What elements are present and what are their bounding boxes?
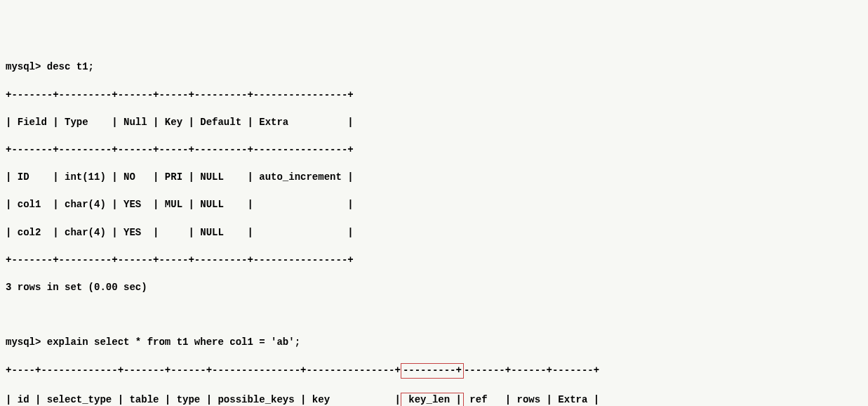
- desc-border-bot: +-------+---------+------+-----+--------…: [6, 254, 862, 268]
- exp1-header: | id | select_type | table | type | poss…: [6, 393, 862, 406]
- desc-border-mid: +-------+---------+------+-----+--------…: [6, 143, 862, 157]
- mysql-prompt: mysql>: [6, 61, 47, 72]
- desc-header: | Field | Type | Null | Key | Default | …: [6, 116, 862, 130]
- prompt-line-2: mysql> explain select * from t1 where co…: [6, 336, 862, 350]
- exp1-border-top: +----+-------------+-------+------+-----…: [6, 363, 862, 379]
- blank-1: [6, 308, 862, 322]
- mysql-prompt: mysql>: [6, 336, 47, 348]
- desc-row-2: | col2 | char(4) | YES | | NULL | |: [6, 226, 862, 240]
- command-desc: desc t1;: [47, 61, 94, 72]
- exp1-header-left: | id | select_type | table | type | poss…: [6, 394, 401, 405]
- desc-row-0: | ID | int(11) | NO | PRI | NULL | auto_…: [6, 171, 862, 185]
- exp1-border-left: +----+-------------+-------+------+-----…: [6, 365, 401, 376]
- desc-footer: 3 rows in set (0.00 sec): [6, 281, 862, 295]
- prompt-line: mysql> desc t1;: [6, 60, 862, 74]
- desc-border-top: +-------+---------+------+-----+--------…: [6, 89, 862, 103]
- exp1-header-hl: key_len |: [401, 393, 464, 406]
- exp1-header-right: ref | rows | Extra |: [464, 394, 599, 405]
- desc-row-1: | col1 | char(4) | YES | MUL | NULL | |: [6, 198, 862, 212]
- exp1-border-hl: ---------+: [401, 363, 464, 379]
- exp1-border-right: -------+------+-------+: [464, 365, 599, 376]
- command-explain1: explain select * from t1 where col1 = 'a…: [47, 336, 300, 348]
